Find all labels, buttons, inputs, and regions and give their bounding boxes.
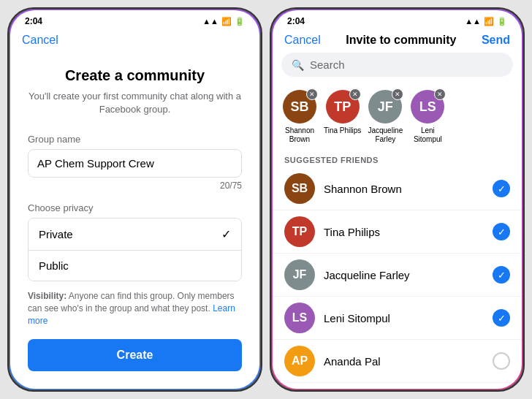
checkmark-icon: ✓ — [221, 227, 231, 241]
status-icons-left: ▲▲ 📶 🔋 — [202, 17, 245, 26]
privacy-option-private[interactable]: Private ✓ — [28, 218, 241, 251]
group-name-label: Group name — [28, 134, 242, 145]
section-header-suggested: SUGGESTED FRIENDS — [273, 150, 522, 167]
selected-friend-avatar-wrap-3: JF ✕ — [368, 90, 402, 123]
friend-item-jacqueline[interactable]: JF Jacqueline Farley ✓ — [273, 254, 522, 297]
privacy-label: Choose privacy — [28, 202, 242, 213]
left-phone: 2:04 ▲▲ 📶 🔋 Cancel Create a community Yo… — [7, 7, 262, 392]
friend-check-tina[interactable]: ✓ — [493, 223, 510, 240]
privacy-options: Private ✓ Public — [28, 218, 242, 281]
privacy-private-label: Private — [39, 228, 73, 240]
friend-item-ananda[interactable]: AP Ananda Pal — [273, 340, 522, 383]
battery-icon: 🔋 — [235, 17, 245, 26]
friend-check-jacqueline[interactable]: ✓ — [493, 266, 510, 284]
friend-check-shannon[interactable]: ✓ — [493, 180, 510, 197]
friend-avatar-jacqueline: JF — [284, 259, 315, 290]
learn-more-link[interactable]: Learn more — [28, 303, 235, 326]
left-content: Create a community You'll create your fi… — [10, 53, 259, 339]
friend-name-jacqueline: Jacqueline Farley — [324, 269, 484, 281]
send-button[interactable]: Send — [482, 34, 510, 47]
page-title: Create a community — [28, 67, 242, 84]
cancel-button-left[interactable]: Cancel — [22, 34, 58, 47]
remove-tina-button[interactable]: ✕ — [349, 88, 361, 100]
selected-friend-name-2: Tina Philips — [324, 126, 361, 135]
friend-avatar-tina: TP — [284, 216, 315, 247]
selected-friend-name-3: JacquelineFarley — [368, 126, 403, 144]
selected-friend-leni: LS ✕ LeniSitompul — [409, 90, 446, 144]
page-subtitle: You'll create your first community chat … — [28, 90, 242, 116]
time-left: 2:04 — [25, 16, 42, 26]
group-name-input[interactable] — [28, 149, 242, 178]
status-icons-right: ▲▲ 📶 🔋 — [465, 17, 507, 26]
nav-title-right: Invite to community — [346, 34, 456, 47]
status-bar-right: 2:04 ▲▲ 📶 🔋 — [273, 10, 522, 29]
wifi-icon-right: 📶 — [484, 17, 494, 26]
time-right: 2:04 — [287, 16, 305, 26]
privacy-option-public[interactable]: Public — [28, 251, 241, 281]
left-bottom: Create — [10, 339, 259, 389]
friend-name-ananda: Ananda Pal — [324, 355, 484, 368]
remove-leni-button[interactable]: ✕ — [434, 88, 446, 100]
friend-item-mohammad[interactable]: MH Mohammad Hosseini — [273, 383, 522, 389]
friend-check-ananda[interactable] — [493, 352, 510, 370]
selected-friends-row: SB ✕ ShannonBrown TP ✕ Tina Philips JF ✕… — [273, 84, 522, 150]
friend-list: SB Shannon Brown ✓ TP Tina Philips ✓ JF … — [273, 167, 522, 389]
nav-bar-right: Cancel Invite to community Send — [273, 29, 522, 53]
search-placeholder: Search — [310, 58, 345, 71]
char-count: 20/75 — [28, 180, 242, 191]
remove-shannon-button[interactable]: ✕ — [306, 88, 318, 100]
selected-friend-name-4: LeniSitompul — [414, 126, 442, 144]
right-phone: 2:04 ▲▲ 📶 🔋 Cancel Invite to community S… — [270, 7, 525, 392]
remove-jacqueline-button[interactable]: ✕ — [392, 88, 403, 100]
friend-item-leni[interactable]: LS Leni Sitompul ✓ — [273, 297, 522, 340]
selected-friend-jacqueline: JF ✕ JacquelineFarley — [367, 90, 403, 144]
friend-avatar-leni: LS — [284, 303, 315, 333]
friend-check-leni[interactable]: ✓ — [493, 309, 510, 327]
selected-friend-tina: TP ✕ Tina Philips — [324, 90, 361, 144]
friend-avatar-shannon: SB — [284, 173, 315, 204]
nav-bar-left: Cancel — [10, 29, 259, 53]
search-icon: 🔍 — [292, 59, 304, 71]
selected-friend-avatar-wrap-4: LS ✕ — [411, 90, 444, 123]
friend-name-leni: Leni Sitompul — [324, 312, 484, 324]
selected-friend-avatar-wrap-2: TP ✕ — [326, 90, 360, 123]
friend-item-shannon[interactable]: SB Shannon Brown ✓ — [273, 167, 522, 210]
status-bar-left: 2:04 ▲▲ 📶 🔋 — [10, 10, 259, 29]
search-bar[interactable]: 🔍 Search — [281, 53, 513, 77]
battery-icon-right: 🔋 — [497, 17, 507, 26]
visibility-text: Visibility: Anyone can find this group. … — [28, 290, 242, 327]
signal-icon: ▲▲ — [202, 17, 218, 26]
signal-icon-right: ▲▲ — [465, 17, 481, 26]
friend-name-shannon: Shannon Brown — [324, 183, 484, 195]
friend-avatar-ananda: AP — [284, 346, 315, 376]
friend-item-tina[interactable]: TP Tina Philips ✓ — [273, 210, 522, 254]
friend-name-tina: Tina Philips — [324, 226, 484, 238]
selected-friend-shannon: SB ✕ ShannonBrown — [281, 90, 318, 144]
privacy-public-label: Public — [39, 259, 69, 272]
create-button[interactable]: Create — [28, 339, 242, 371]
selected-friend-name-1: ShannonBrown — [285, 126, 314, 144]
wifi-icon: 📶 — [221, 17, 232, 26]
selected-friend-avatar-wrap-1: SB ✕ — [283, 90, 316, 123]
cancel-button-right[interactable]: Cancel — [284, 34, 321, 47]
